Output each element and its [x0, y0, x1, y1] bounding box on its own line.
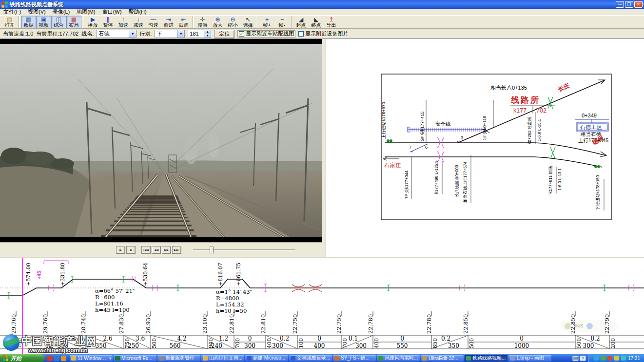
- equipment-photo-checkbox[interactable]: [298, 31, 304, 37]
- taskbar: 开始 11 Windows ...▾Microsoft Ex...质量服务管理山…: [0, 354, 644, 362]
- menu-item-2[interactable]: 录像(L): [49, 9, 73, 15]
- start-button[interactable]: 开始: [0, 354, 45, 362]
- line-profile-panel: 0K/S: [0, 257, 644, 354]
- locate-button[interactable]: 定位: [214, 30, 234, 38]
- taskbar-window-wind-app[interactable]: 风速风向实时...: [377, 355, 420, 362]
- play-button[interactable]: ▶: [116, 246, 125, 254]
- seek-slider[interactable]: [193, 247, 295, 253]
- toolbar-button-speed-down[interactable]: ↓减速: [131, 16, 146, 28]
- export-icon: ↥: [329, 17, 333, 22]
- wind-app-icon: [378, 356, 383, 361]
- tray-icon[interactable]: [621, 356, 626, 361]
- fast-forward-button[interactable]: ▶▶: [162, 246, 171, 254]
- taskbar-window-railway-app[interactable]: 铁路线路视频...: [465, 355, 507, 362]
- toolbar-button-video-view[interactable]: ▣视频: [36, 16, 51, 28]
- diagram-label-culvert-k177811: k177+811 箱涵: [548, 166, 553, 193]
- menu-item-1[interactable]: 视图(V): [24, 9, 49, 15]
- taskbar-window-label: UltraEdit-32...: [429, 356, 458, 361]
- toolbar-button-frame-minus[interactable]: −帧-: [274, 16, 290, 28]
- direction-select[interactable]: 下 ▼: [155, 30, 185, 38]
- toolbar-button-zoom-out[interactable]: ⊖缩小: [225, 16, 240, 28]
- toolbar-button-step-back[interactable]: ⇤后退: [176, 16, 191, 28]
- toolbar-button-data-view[interactable]: ▦数据: [21, 16, 36, 28]
- toolbar-button-pause[interactable]: ∥暂停: [100, 16, 116, 28]
- keyboard-icon[interactable]: ⌨: [572, 356, 579, 361]
- close-button[interactable]: ✕: [634, 1, 643, 8]
- chevron-down-icon[interactable]: ▼: [129, 30, 136, 38]
- media-player-icon: [334, 356, 339, 361]
- line-name-select[interactable]: 石德 ▼: [97, 30, 137, 38]
- restore-button[interactable]: ❐: [625, 1, 633, 8]
- spinner-down-icon[interactable]: ▼: [204, 34, 211, 38]
- grade-length: 350: [58, 343, 69, 349]
- toolbar-button-end-point[interactable]: ◣终点: [309, 16, 324, 28]
- combined-view-icon: ◫: [56, 17, 61, 22]
- station-diagram-panel: 上行进站k176+9705# 尖k177+415安全线1# 尖k0+110相当长…: [326, 39, 644, 257]
- zoom-in-icon: ⊕: [215, 17, 220, 22]
- toolbar-button-frame-plus[interactable]: +帧+: [259, 16, 274, 28]
- boundary-meter: 500: [151, 338, 157, 348]
- stop-button[interactable]: ■: [126, 246, 136, 254]
- taskbar-window-paint[interactable]: 1.bmp - 画图: [508, 355, 551, 362]
- toolbar-button-play[interactable]: ▶播放: [85, 16, 100, 28]
- curve2-data-line: L=154.32: [216, 301, 244, 308]
- line-name-value: 石德: [97, 30, 129, 38]
- toolbar-button-pan[interactable]: ✛漫游: [195, 16, 210, 28]
- toolbar-button-select[interactable]: ↖选择: [240, 16, 255, 28]
- toolbar-button-label: 匀速: [149, 22, 158, 28]
- boundary-meter: 400: [373, 338, 380, 348]
- menu-item-3[interactable]: 地图(M): [73, 9, 99, 15]
- end-point-icon: ◣: [314, 17, 318, 22]
- last-frame-button[interactable]: ▶▶|: [172, 246, 181, 254]
- toolbar-button-zoom-in[interactable]: ⊕放大: [210, 16, 225, 28]
- boundary-meter: 850: [432, 338, 438, 348]
- tray-icon[interactable]: [601, 356, 605, 361]
- spinner-up-icon[interactable]: ▲: [204, 30, 211, 34]
- toolbar-button-step-forward[interactable]: ⇥前进: [161, 16, 176, 28]
- menu-item-4[interactable]: 窗口(W): [99, 9, 125, 15]
- toolbar-button-open-folder[interactable]: ▤打开: [2, 16, 17, 28]
- taskbar-window-excel[interactable]: Microsoft Ex...: [114, 355, 156, 362]
- taskbar-window-folder-group[interactable]: 11 Windows ...▾: [70, 355, 113, 362]
- grade-length: 550: [397, 343, 408, 349]
- taskbar-window-folder[interactable]: 山西世恒文档...: [201, 355, 244, 362]
- taskbar-window-gear[interactable]: 质量服务管理: [157, 355, 200, 362]
- rewind-button[interactable]: ◀◀: [152, 246, 161, 254]
- toolbar-separator: [83, 16, 84, 28]
- frame-spinner[interactable]: 181 ▲ ▼: [188, 30, 211, 38]
- quick-launch-icon[interactable]: [47, 356, 53, 361]
- pause-icon: ∥: [107, 17, 110, 22]
- open-folder-icon: ▤: [7, 17, 12, 22]
- menu-item-0[interactable]: 文件(F): [0, 9, 24, 15]
- menu-bar: 文件(F)视图(V)录像(L)地图(M)窗口(W)帮助(H): [0, 9, 644, 15]
- chevron-down-icon[interactable]: ▼: [177, 30, 184, 38]
- tray-icon[interactable]: [607, 356, 612, 361]
- diagram-label-equiv-up-177574: 相当石德上行177+574: [463, 161, 468, 203]
- help-icon[interactable]: ?: [580, 356, 586, 361]
- quick-launch-icon[interactable]: [61, 356, 66, 361]
- toolbar-button-speed-up[interactable]: ↑加速: [116, 16, 131, 28]
- toolbar-button-combined-view[interactable]: ◫综合: [51, 16, 66, 28]
- grade-length: 300: [355, 343, 367, 349]
- toolbar-separator: [257, 16, 258, 28]
- toolbar-button-layout-view[interactable]: ▩布局: [66, 16, 81, 28]
- tray-icon[interactable]: [594, 356, 599, 361]
- minimize-button[interactable]: —: [616, 1, 624, 8]
- toolbar-button-uniform-speed[interactable]: —匀速: [146, 16, 161, 28]
- taskbar-window-word[interactable]: 新建 Microso...: [245, 355, 288, 362]
- menu-item-5[interactable]: 帮助(H): [125, 9, 150, 15]
- first-frame-button[interactable]: |◀◀: [141, 246, 151, 254]
- task-buttons: 11 Windows ...▾Microsoft Ex...质量服务管理山西世恒…: [69, 354, 570, 362]
- quick-launch: [45, 354, 69, 362]
- toolbar-button-export[interactable]: ↥导出: [324, 16, 339, 28]
- taskbar-window-ultraedit[interactable]: UltraEdit-32...: [421, 355, 464, 362]
- profile-drawing: 29.76029.76028.74027.83026.93023.10022.8…: [0, 258, 644, 355]
- taskbar-window-media-player[interactable]: SY_FS - 确...: [333, 355, 376, 362]
- quick-launch-icon[interactable]: [54, 356, 59, 361]
- tray-icon[interactable]: [614, 356, 619, 361]
- seek-thumb[interactable]: [210, 247, 214, 253]
- station-diagram-checkbox[interactable]: ✓: [239, 31, 244, 37]
- diagram-label-switch5: 5# 尖k177+415: [420, 112, 425, 141]
- taskbar-window-word[interactable]: 文档规整目录...: [289, 355, 332, 362]
- toolbar-button-start-point[interactable]: ◢起点: [293, 16, 309, 28]
